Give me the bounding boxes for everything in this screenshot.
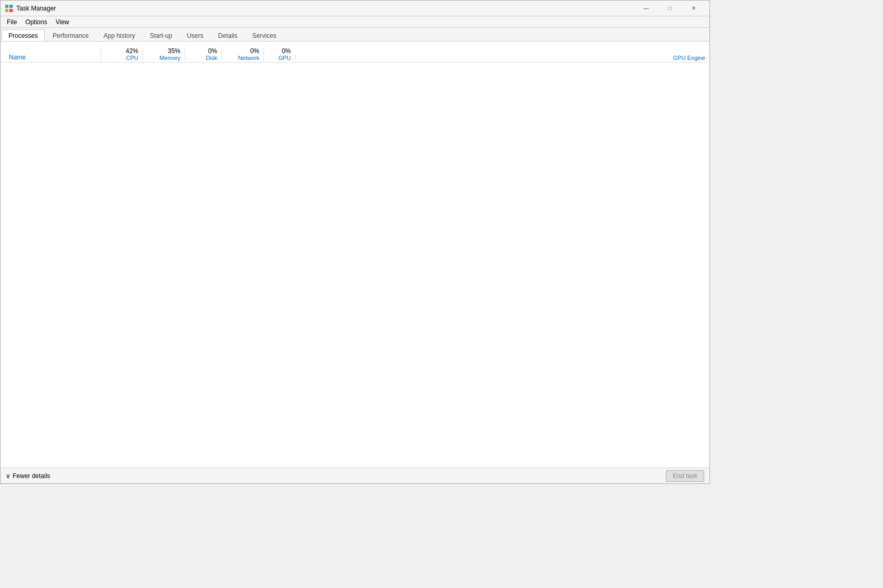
tab-performance[interactable]: Performance: [46, 29, 96, 41]
svg-rect-1: [9, 5, 13, 8]
status-bar: ∨ Fewer details End task: [1, 468, 709, 483]
memory-label: Memory: [159, 55, 180, 61]
title-bar: Task Manager — □ ✕: [1, 1, 709, 16]
title-bar-buttons: — □ ✕: [634, 1, 705, 16]
gpu-engine-label: GPU Engine: [673, 55, 705, 61]
tab-services[interactable]: Services: [245, 29, 283, 41]
gpu-percent: 0%: [282, 47, 291, 55]
svg-rect-2: [5, 9, 8, 12]
end-task-button[interactable]: End task: [666, 470, 704, 482]
table-content: [1, 63, 709, 468]
col-name-header[interactable]: Name: [1, 54, 100, 61]
gpu-label: GPU: [278, 55, 291, 61]
menu-file[interactable]: File: [3, 17, 21, 27]
window-title: Task Manager: [16, 5, 56, 12]
col-gpu-engine-header[interactable]: GPU Engine: [295, 55, 709, 61]
tab-details[interactable]: Details: [211, 29, 245, 41]
col-disk-header[interactable]: 0% Disk: [185, 47, 221, 61]
name-column-label: Name: [5, 54, 96, 61]
close-button[interactable]: ✕: [682, 1, 705, 16]
disk-percent: 0%: [208, 47, 217, 55]
col-network-header[interactable]: 0% Network: [221, 47, 263, 61]
memory-percent: 35%: [168, 47, 180, 55]
fewer-details-link[interactable]: ∨ Fewer details: [6, 472, 50, 480]
chevron-down-icon: ∨: [6, 472, 11, 480]
fewer-details-label: Fewer details: [13, 472, 50, 480]
svg-rect-0: [5, 5, 8, 8]
menu-view[interactable]: View: [52, 17, 74, 27]
tab-app-history[interactable]: App history: [97, 29, 142, 41]
maximize-button[interactable]: □: [658, 1, 682, 16]
network-percent: 0%: [250, 47, 259, 55]
table-header: Name 42% CPU 35% Memory 0% Disk 0% Netwo…: [1, 42, 709, 63]
svg-rect-3: [9, 9, 13, 12]
tabs-bar: Processes Performance App history Start-…: [1, 28, 709, 42]
menu-options[interactable]: Options: [21, 17, 51, 27]
app-icon: [5, 4, 13, 13]
title-bar-left: Task Manager: [5, 4, 56, 13]
tab-users[interactable]: Users: [180, 29, 210, 41]
cpu-label: CPU: [126, 55, 138, 61]
cpu-percent: 42%: [126, 47, 138, 55]
menu-bar: File Options View: [1, 16, 709, 28]
tab-startup[interactable]: Start-up: [143, 29, 179, 41]
task-manager-window: Task Manager — □ ✕ File Options View Pro…: [0, 0, 710, 484]
col-memory-header[interactable]: 35% Memory: [143, 47, 185, 61]
col-gpu-header[interactable]: 0% GPU: [263, 47, 295, 61]
tab-processes[interactable]: Processes: [2, 29, 45, 41]
disk-label: Disk: [206, 55, 217, 61]
network-label: Network: [238, 55, 259, 61]
minimize-button[interactable]: —: [634, 1, 658, 16]
col-cpu-header[interactable]: 42% CPU: [100, 47, 143, 61]
